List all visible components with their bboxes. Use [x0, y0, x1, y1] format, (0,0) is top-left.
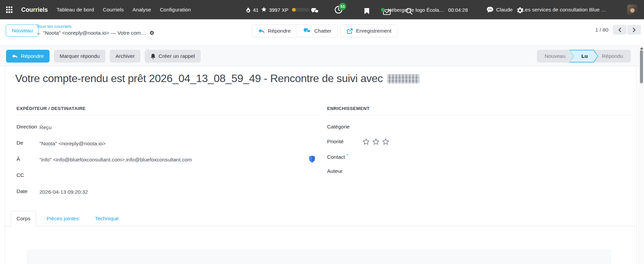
new-record-button[interactable]: Nouveau [6, 25, 39, 37]
field-row-priorite: Priorité [327, 139, 633, 153]
reply-icon [258, 28, 265, 34]
chevron-right-icon [633, 28, 636, 32]
timer-running-dot [381, 8, 385, 11]
timer-task-label: Héberger le logo Écola… [388, 7, 444, 12]
assistant-label: Claude [496, 7, 513, 13]
section-header: ENRICHISSEMENT [327, 106, 633, 115]
notebook-tabs: Corps Pièces jointes Technique [5, 211, 637, 226]
bell-icon [151, 53, 156, 59]
scrollbar-thumb[interactable] [640, 50, 643, 83]
field-label: CC [17, 172, 39, 178]
timer-value: 00:04:28 [448, 7, 468, 12]
nav-item-dashboard[interactable]: Tableau de bord [57, 7, 94, 13]
chevron-left-icon [618, 28, 621, 32]
nav-item-configuration[interactable]: Configuration [160, 7, 191, 13]
field-label: À [17, 156, 39, 162]
top-navbar: Courriels Tableau de bord Courriels Anal… [0, 0, 644, 19]
reply-primary-button[interactable]: Répondre [6, 50, 50, 63]
assistant-widget[interactable]: Claude [486, 6, 513, 13]
enrichment-section: ENRICHISSEMENT Catégorie Priorité Contac… [327, 106, 633, 183]
nav-item-courriels[interactable]: Courriels [103, 7, 124, 13]
vertical-scrollbar[interactable] [639, 45, 644, 264]
field-row-auteur: Auteur [327, 168, 633, 183]
pager-next-button[interactable] [627, 25, 641, 35]
to-value[interactable]: "info" <info@bluefoxconsultant.com>,info… [39, 156, 192, 163]
external-link-icon [347, 28, 353, 34]
field-label: Priorité [327, 139, 362, 145]
company-switcher[interactable]: Les services de consultation Blue … [522, 7, 606, 13]
xp-progress-dot [292, 8, 296, 11]
tab-corps[interactable]: Corps [11, 211, 36, 226]
field-label: De [17, 140, 39, 146]
bookmark-icon[interactable] [364, 8, 369, 14]
star-outline-icon[interactable] [372, 138, 380, 146]
sender-recipient-section: EXPÉDITEUR / DESTINATAIRE Direction Reçu… [17, 106, 319, 204]
password-manager-shield-icon[interactable] [309, 155, 315, 163]
record-action-buttons: Répondre Chatter Enregistrement [252, 25, 398, 37]
pager-value[interactable]: 1 / 80 [595, 27, 608, 33]
form-sheet: Votre compte-rendu est prêt 2026_04_13_0… [5, 66, 637, 264]
flame-icon [246, 7, 251, 12]
redacted-recipient-name [387, 74, 419, 83]
field-label: Direction [17, 124, 39, 130]
messages-icon[interactable] [311, 8, 319, 14]
chatter-action-button[interactable]: Chatter [297, 25, 337, 37]
tab-pieces-jointes[interactable]: Pièces jointes [41, 211, 85, 226]
form-statusbar: Répondre Marquer répondu Archiver Créer … [0, 45, 639, 66]
star-outline-icon[interactable] [362, 138, 370, 146]
scrollbar-up-arrow[interactable] [640, 47, 643, 49]
recording-action-button[interactable]: Enregistrement [341, 25, 397, 37]
activities-clock-icon[interactable]: 51 [334, 6, 343, 14]
status-step-repondu[interactable]: Répondu [594, 50, 631, 63]
field-row-contact: Contact? [327, 153, 633, 168]
email-body-preview [27, 250, 611, 264]
reply-action-button[interactable]: Répondre [252, 25, 297, 37]
star-icon [261, 7, 267, 12]
create-reminder-button[interactable]: Créer un rappel [145, 50, 201, 63]
assistant-bubble-icon [486, 6, 494, 13]
field-label: Contact? [327, 153, 362, 160]
direction-value[interactable]: Reçu [39, 124, 52, 130]
nav-item-analyse[interactable]: Analyse [132, 7, 151, 13]
status-step-lu-active[interactable]: Lu [569, 50, 598, 63]
field-row-categorie: Catégorie [327, 124, 633, 139]
breadcrumb: Tous les courriels ← "Noota" <noreply@no… [36, 24, 155, 36]
section-header: EXPÉDITEUR / DESTINATAIRE [17, 106, 319, 115]
star-outline-icon[interactable] [382, 138, 389, 146]
field-label: Date [17, 188, 39, 194]
xp-label: 3997 XP [269, 7, 289, 12]
gamification-widget[interactable]: 41 3997 XP [246, 7, 310, 12]
field-row-direction: Direction Reçu [17, 124, 319, 140]
field-row-de: De "Noota" <noreply@noota.io> [17, 140, 319, 156]
from-value[interactable]: "Noota" <noreply@noota.io> [39, 140, 106, 147]
tab-technique[interactable]: Technique [89, 211, 125, 226]
mark-replied-button[interactable]: Marquer répondu [54, 50, 105, 63]
priority-stars [362, 138, 389, 146]
archive-button[interactable]: Archiver [110, 50, 140, 63]
field-label: Catégorie [327, 124, 362, 130]
field-row-cc: CC [17, 172, 319, 188]
statusbar-steps: Nouveau Lu Répondu [537, 50, 631, 63]
breadcrumb-parent-link[interactable]: Tous les courriels [36, 24, 155, 29]
activities-count-badge: 51 [339, 3, 346, 10]
user-avatar[interactable] [627, 4, 638, 15]
record-actions-gear-icon[interactable] [149, 30, 155, 36]
breadcrumb-current-title: ← "Noota" <noreply@noota.io> — Votre com… [36, 29, 146, 36]
streak-count: 41 [253, 7, 259, 12]
control-panel: Nouveau Tous les courriels ← "Noota" <no… [0, 19, 644, 45]
record-pager: 1 / 80 [595, 25, 641, 35]
timesheet-timer-widget[interactable]: Héberger le logo Écola… 00:04:28 [381, 7, 468, 12]
reply-icon [12, 54, 18, 59]
app-brand[interactable]: Courriels [21, 6, 48, 13]
pager-previous-button[interactable] [613, 25, 626, 35]
field-label: Auteur [327, 168, 362, 174]
xp-progress-bar [292, 8, 310, 11]
date-value[interactable]: 2026-04-13 09:20:32 [39, 188, 88, 195]
apps-menu-icon[interactable] [6, 6, 12, 13]
chatter-icon [303, 28, 311, 34]
status-step-nouveau[interactable]: Nouveau [537, 50, 573, 63]
field-row-date: Date 2026-04-13 09:20:32 [17, 188, 319, 204]
email-subject-title: Votre compte-rendu est prêt 2026_04_13_0… [15, 72, 419, 85]
field-row-a: À "info" <info@bluefoxconsultant.com>,in… [17, 156, 319, 172]
help-question-mark: ? [346, 153, 348, 157]
